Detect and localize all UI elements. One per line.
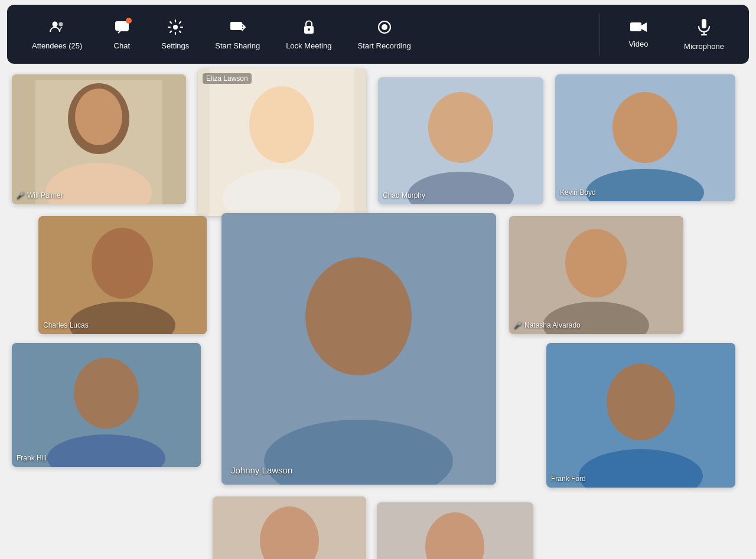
start-recording-label: Start Recording: [357, 41, 410, 50]
chat-button[interactable]: Chat: [95, 14, 148, 55]
svg-point-18: [75, 89, 122, 145]
microphone-button[interactable]: Microphone: [671, 14, 737, 55]
svg-point-33: [305, 257, 412, 375]
start-sharing-button[interactable]: Start Sharing: [202, 14, 273, 55]
video-grid: 🎤 Will Palmer Eliza Lawson Chad Murphy: [0, 68, 756, 559]
svg-rect-10: [630, 22, 641, 31]
video-icon: [630, 21, 647, 36]
svg-point-3: [173, 25, 178, 30]
mic-muted-icon: 🎤: [17, 192, 25, 200]
video-label: Video: [629, 40, 649, 48]
participant-name-frank-ford: Frank Ford: [551, 475, 586, 483]
svg-point-0: [52, 21, 57, 27]
start-sharing-label: Start Sharing: [215, 41, 260, 50]
toolbar-right: Video Microphone: [599, 14, 737, 55]
svg-point-1: [58, 22, 63, 26]
svg-rect-11: [702, 19, 706, 28]
attendees-icon: [49, 19, 66, 38]
lock-meeting-label: Lock Meeting: [286, 41, 331, 50]
participant-tile-chad[interactable]: Chad Murphy: [378, 77, 543, 204]
participant-name-will: 🎤 Will Palmer: [17, 191, 63, 200]
participant-tile-frank-ford[interactable]: Frank Ford: [546, 343, 735, 488]
lock-meeting-icon: [301, 19, 317, 38]
participant-name-kevin: Kevin Boyd: [560, 188, 596, 197]
participant-tile-christine[interactable]: Christine Sullivan: [213, 496, 366, 559]
svg-point-27: [612, 92, 677, 163]
participant-tile-johnny[interactable]: Johnny Lawson: [221, 213, 496, 485]
svg-point-48: [607, 364, 675, 440]
participant-name-natasha: 🎤 Natasha Alvarado: [514, 321, 581, 329]
svg-point-36: [565, 229, 627, 298]
start-recording-button[interactable]: Start Recording: [344, 14, 423, 55]
start-sharing-icon: [229, 19, 246, 38]
svg-point-39: [74, 358, 139, 429]
mic-icon-natasha: 🎤: [514, 322, 522, 329]
settings-button[interactable]: Settings: [148, 14, 202, 55]
participant-tile-will[interactable]: 🎤 Will Palmer: [12, 74, 186, 204]
start-recording-icon: [376, 19, 393, 38]
attendees-button[interactable]: Attendees (25): [19, 14, 95, 55]
participant-name-johnny: Johnny Lawson: [231, 465, 292, 475]
attendees-label: Attendees (25): [32, 41, 82, 50]
lock-meeting-button[interactable]: Lock Meeting: [273, 14, 344, 55]
participant-tile-charles[interactable]: Charles Lucas: [38, 216, 207, 334]
participant-name-charles: Charles Lucas: [43, 321, 89, 329]
settings-label: Settings: [161, 41, 189, 50]
participant-name-chad: Chad Murphy: [383, 191, 425, 200]
participant-name-frank-hill: Frank Hill: [17, 454, 47, 462]
toolbar: Attendees (25) Chat Settings: [7, 5, 749, 64]
settings-icon: [167, 19, 184, 38]
svg-point-30: [92, 228, 153, 299]
microphone-icon: [698, 18, 711, 38]
participant-tile-julie[interactable]: Julie Wade: [377, 502, 533, 559]
participant-tile-natasha[interactable]: 🎤 Natasha Alvarado: [509, 216, 683, 334]
participant-tile-frank-hill[interactable]: Frank Hill: [12, 343, 201, 467]
svg-point-7: [308, 28, 310, 31]
participant-tile-eliza[interactable]: Eliza Lawson: [198, 68, 366, 216]
svg-point-24: [428, 92, 493, 163]
chat-label: Chat: [114, 41, 130, 50]
participant-tile-kevin[interactable]: Kevin Boyd: [555, 74, 735, 201]
toolbar-left: Attendees (25) Chat Settings: [19, 14, 599, 55]
svg-rect-4: [230, 22, 242, 30]
chat-notification-dot: [126, 18, 132, 24]
video-button[interactable]: Video: [612, 16, 665, 53]
svg-point-9: [382, 24, 387, 30]
participant-name-eliza: Eliza Lawson: [203, 73, 252, 84]
svg-point-21: [249, 86, 314, 163]
microphone-label: Microphone: [684, 42, 724, 51]
